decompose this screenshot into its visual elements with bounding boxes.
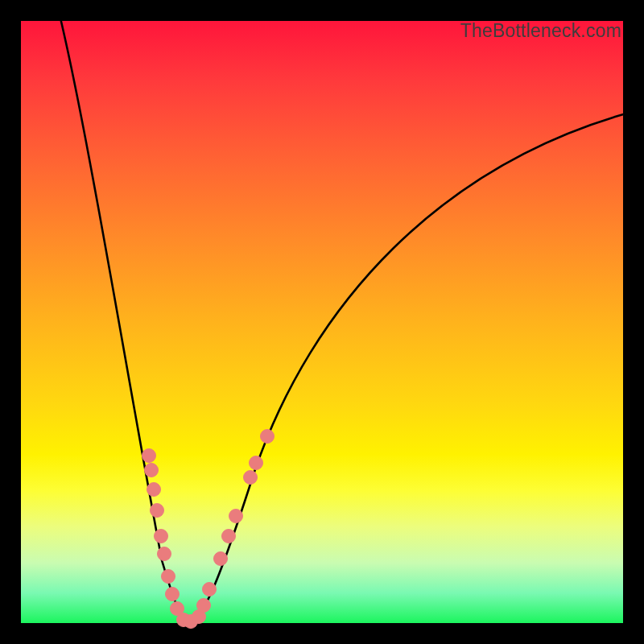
bottleneck-curve-svg [21, 21, 623, 623]
data-marker [158, 547, 171, 561]
data-marker [261, 430, 275, 444]
data-marker [222, 530, 236, 543]
bottleneck-curve [57, 5, 641, 621]
data-marker [166, 588, 180, 601]
data-marker [244, 471, 258, 485]
data-marker [197, 599, 211, 613]
data-marker [155, 530, 168, 543]
watermark-text: TheBottleneck.com [460, 20, 621, 42]
plot-area: TheBottleneck.com [21, 21, 623, 623]
data-marker [162, 570, 175, 584]
data-marker [151, 504, 164, 518]
data-marker [214, 552, 228, 566]
data-marker [142, 449, 156, 463]
data-marker [145, 464, 159, 477]
data-marker [229, 510, 243, 523]
data-marker [147, 483, 161, 497]
data-marker [203, 583, 217, 597]
chart-frame: TheBottleneck.com [0, 0, 644, 644]
data-marker [250, 456, 263, 470]
